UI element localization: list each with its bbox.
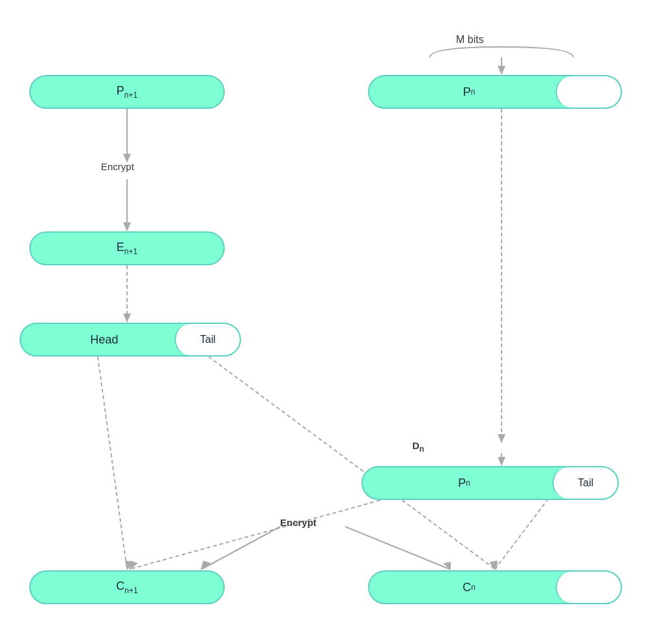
svg-marker-9	[498, 434, 505, 443]
d-n-label: Dn	[412, 440, 424, 454]
p-n1-top-pill: Pn+1	[29, 75, 225, 109]
svg-marker-15	[490, 562, 498, 570]
encrypt-bottom-label: Encrypt	[280, 517, 317, 528]
svg-marker-7	[498, 66, 505, 75]
diagram-container: Pn+1 Encrypt En+1 Head Tail Cn+1 M bits …	[0, 0, 667, 644]
svg-marker-17	[129, 561, 138, 570]
c-n-pill: Cn	[368, 570, 622, 604]
p-n-mid-label: Pn	[363, 476, 552, 490]
p-n-top-sub: n	[471, 87, 475, 96]
e-n1-label: En+1	[117, 241, 137, 256]
p-n-top-tail	[556, 76, 621, 108]
svg-marker-11	[498, 457, 505, 466]
p-n-mid-sub: n	[466, 478, 470, 488]
c-n-tail	[556, 572, 621, 603]
c-n1-pill: Cn+1	[29, 570, 225, 604]
svg-marker-21	[201, 561, 211, 570]
p-n-top-pill: Pn	[368, 75, 622, 109]
c-n-label: Cn	[369, 581, 556, 594]
svg-marker-13	[125, 561, 133, 570]
svg-line-22	[345, 527, 449, 569]
svg-line-20	[202, 527, 280, 569]
c-n-sub: n	[471, 583, 475, 592]
head-tail-left-pill: Head Tail	[20, 323, 241, 357]
p-n-top-label: Pn	[369, 85, 556, 99]
encrypt-top-label: Encrypt	[101, 161, 134, 172]
p-n1-top-sub: n+1	[124, 91, 137, 100]
head-label: Head	[21, 333, 175, 347]
c-n1-sub: n+1	[124, 586, 137, 595]
p-n1-top-label: Pn+1	[117, 84, 137, 100]
svg-marker-23	[443, 562, 451, 570]
svg-marker-5	[123, 314, 131, 323]
svg-marker-3	[123, 222, 131, 231]
c-n1-label: Cn+1	[116, 579, 137, 595]
svg-marker-19	[490, 561, 498, 570]
tail-left-label: Tail	[175, 324, 240, 355]
p-n-mid-pill: Pn Tail	[362, 466, 619, 500]
svg-line-12	[98, 357, 127, 569]
e-n1-sub: n+1	[124, 247, 137, 256]
m-bits-label: M bits	[456, 34, 484, 46]
p-n-mid-tail-label: Tail	[552, 467, 617, 499]
d-n-sub: n	[419, 445, 424, 454]
svg-line-14	[208, 357, 495, 569]
e-n1-pill: En+1	[29, 231, 225, 265]
